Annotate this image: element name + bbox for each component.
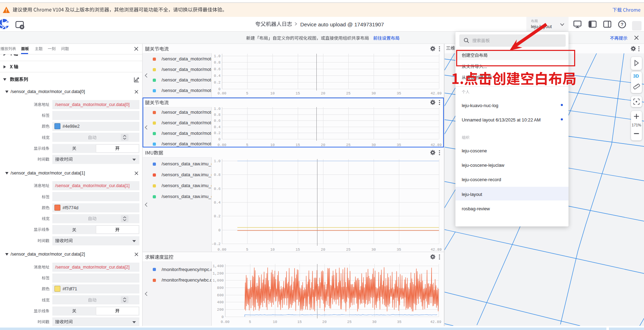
svg-text:400: 400 — [217, 300, 224, 304]
svg-text:30: 30 — [372, 320, 377, 324]
svg-text:0.00: 0.00 — [221, 320, 229, 324]
svg-text:35: 35 — [397, 248, 401, 252]
svg-text:42.89: 42.89 — [431, 91, 442, 95]
svg-text:1.0: 1.0 — [214, 159, 221, 163]
svg-text:0.2: 0.2 — [214, 80, 221, 85]
svg-text:5: 5 — [249, 320, 251, 324]
svg-text:10: 10 — [273, 320, 277, 324]
svg-text:0.6: 0.6 — [214, 187, 221, 191]
svg-text:0.4: 0.4 — [214, 74, 221, 78]
svg-text:0.00: 0.00 — [217, 248, 226, 252]
svg-text:20: 20 — [321, 91, 326, 95]
svg-text:5: 5 — [246, 248, 248, 252]
svg-text:600: 600 — [217, 293, 224, 297]
svg-text:0: 0 — [218, 87, 221, 91]
svg-text:0.8: 0.8 — [214, 60, 221, 65]
svg-text:0: 0 — [222, 315, 224, 319]
svg-text:30: 30 — [372, 248, 376, 252]
svg-text:0.6: 0.6 — [214, 67, 221, 71]
svg-text:1.0: 1.0 — [214, 54, 221, 58]
svg-text:10: 10 — [270, 91, 275, 95]
svg-text:42.89: 42.89 — [430, 320, 441, 324]
svg-text:35: 35 — [397, 320, 402, 324]
svg-text:15: 15 — [296, 248, 300, 252]
svg-text:20: 20 — [322, 320, 327, 324]
svg-text:15: 15 — [296, 91, 300, 95]
svg-text:0.2: 0.2 — [214, 214, 221, 218]
svg-text:200: 200 — [217, 308, 224, 312]
svg-text:0.4: 0.4 — [214, 200, 221, 205]
svg-text:1,400: 1,400 — [212, 264, 224, 268]
svg-text:30: 30 — [372, 91, 376, 95]
svg-text:25: 25 — [347, 320, 352, 324]
svg-text:20: 20 — [321, 248, 326, 252]
svg-text:42.89: 42.89 — [431, 248, 442, 252]
svg-text:0: 0 — [218, 228, 221, 232]
svg-text:0.00: 0.00 — [217, 91, 226, 95]
svg-text:10: 10 — [270, 248, 275, 252]
svg-text:1,000: 1,000 — [212, 278, 224, 283]
svg-text:800: 800 — [217, 286, 224, 290]
svg-text:25: 25 — [346, 248, 351, 252]
svg-text:25: 25 — [346, 91, 351, 95]
svg-text:35: 35 — [397, 91, 401, 95]
svg-text:5: 5 — [246, 91, 248, 95]
svg-text:1,200: 1,200 — [212, 271, 224, 276]
svg-text:-0.2: -0.2 — [212, 242, 221, 246]
svg-text:0.8: 0.8 — [214, 173, 221, 177]
svg-text:15: 15 — [297, 320, 302, 324]
